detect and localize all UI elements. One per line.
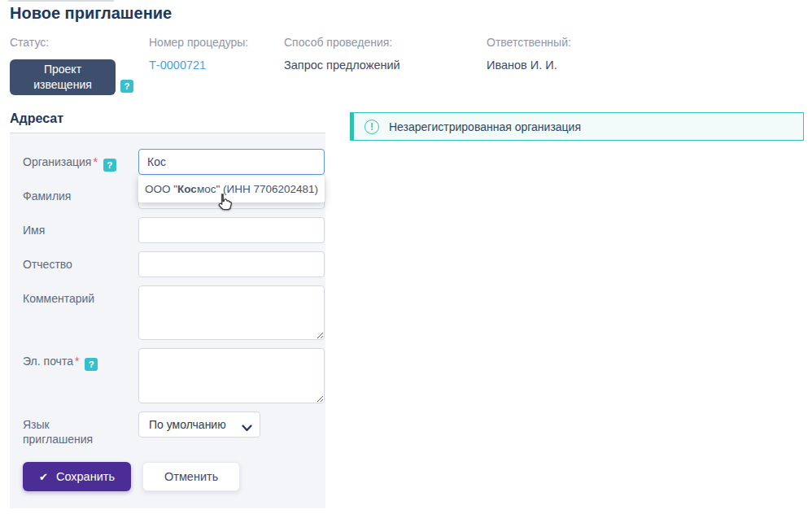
banner-text: Незарегистрированная организация	[389, 120, 581, 133]
addressee-form: Организация* ? ООО "Космос" (ИНН 7706202…	[10, 133, 325, 508]
responsible-label: Ответственный:	[487, 36, 571, 49]
unregistered-org-banner: ! Незарегистрированная организация	[350, 112, 804, 141]
email-row: Эл. почта* ?	[23, 348, 312, 403]
language-label: Язык приглашения	[23, 412, 138, 446]
procedure-column: Номер процедуры: Т-0000721	[149, 36, 248, 72]
email-textarea[interactable]	[138, 348, 325, 403]
top-divider	[8, 0, 114, 2]
form-actions: ✔Сохранить Отменить	[23, 462, 312, 491]
required-mark: *	[93, 155, 97, 168]
comment-label: Комментарий	[23, 285, 138, 340]
status-column: Статус: Проект извещения ?	[10, 36, 133, 95]
method-label: Способ проведения:	[284, 36, 400, 49]
middle-name-row: Отчество	[23, 251, 312, 277]
procedure-number-link[interactable]: Т-0000721	[149, 59, 206, 72]
organization-row: Организация* ? ООО "Космос" (ИНН 7706202…	[23, 149, 312, 175]
last-name-label: Фамилия	[23, 183, 138, 209]
comment-textarea[interactable]	[138, 285, 325, 340]
save-button[interactable]: ✔Сохранить	[23, 462, 131, 491]
email-help-icon[interactable]: ?	[85, 358, 98, 371]
suggestion-item[interactable]: ООО "Космос" (ИНН 7706202481)	[138, 176, 325, 203]
status-label: Статус:	[10, 36, 133, 49]
middle-name-label: Отчество	[23, 251, 138, 277]
procedure-number-label: Номер процедуры:	[149, 36, 248, 49]
organization-suggestions-dropdown: ООО "Космос" (ИНН 7706202481)	[138, 176, 325, 203]
responsible-column: Ответственный: Иванов И. И.	[487, 36, 571, 72]
organization-help-icon[interactable]: ?	[103, 159, 116, 172]
first-name-label: Имя	[23, 217, 138, 243]
status-help-icon[interactable]: ?	[120, 80, 133, 93]
first-name-input[interactable]	[138, 217, 325, 243]
responsible-value: Иванов И. И.	[487, 59, 571, 72]
check-icon: ✔	[39, 471, 48, 483]
language-row: Язык приглашения По умолчанию	[23, 412, 312, 446]
method-value: Запрос предложений	[284, 59, 400, 72]
page-title: Новое приглашение	[10, 4, 172, 23]
organization-input[interactable]	[138, 149, 325, 175]
cancel-button[interactable]: Отменить	[142, 462, 240, 491]
first-name-row: Имя	[23, 217, 312, 243]
status-badge: Проект извещения	[10, 59, 116, 95]
middle-name-input[interactable]	[138, 251, 325, 277]
method-column: Способ проведения: Запрос предложений	[284, 36, 400, 72]
organization-label: Организация* ?	[23, 149, 138, 175]
language-select[interactable]: По умолчанию	[138, 412, 260, 438]
email-label: Эл. почта* ?	[23, 348, 138, 403]
section-title: Адресат	[10, 111, 63, 126]
comment-row: Комментарий	[23, 285, 312, 340]
required-mark: *	[75, 355, 79, 368]
info-icon: !	[365, 120, 379, 134]
